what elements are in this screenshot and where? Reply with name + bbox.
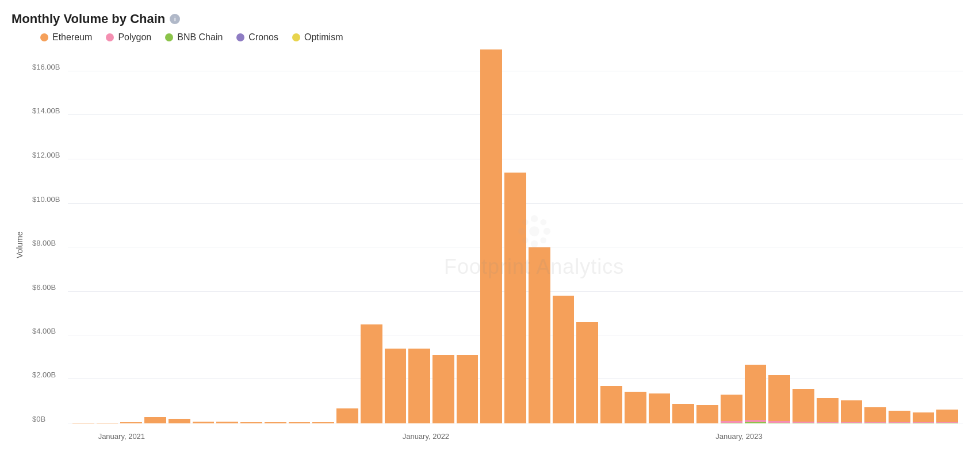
bar-group[interactable]	[696, 49, 718, 423]
bar-stack	[889, 411, 910, 423]
legend-polygon[interactable]: Polygon	[106, 32, 151, 43]
bar-segment	[936, 410, 958, 422]
bar-segment	[745, 365, 767, 420]
bar-segment	[913, 412, 935, 422]
bar-stack	[169, 419, 190, 423]
bar-segment	[144, 417, 166, 423]
grid-label: $8.00B	[32, 238, 56, 247]
polygon-dot	[106, 33, 114, 41]
bar-group[interactable]	[265, 49, 286, 423]
bar-group[interactable]	[793, 49, 814, 423]
cronos-label: Cronos	[248, 32, 278, 43]
bar-group[interactable]	[625, 49, 646, 423]
legend-optimism[interactable]: Optimism	[292, 32, 343, 43]
info-icon[interactable]: i	[170, 14, 180, 24]
bar-group[interactable]	[385, 49, 407, 423]
bnb-label: BNB Chain	[177, 32, 223, 43]
bar-group[interactable]	[600, 49, 622, 423]
bar-group[interactable]	[672, 49, 694, 423]
bar-group[interactable]	[817, 49, 839, 423]
bar-group[interactable]	[336, 49, 358, 423]
grid-label: $16.00B	[32, 63, 60, 71]
bar-group[interactable]	[864, 49, 886, 423]
bar-group[interactable]	[649, 49, 671, 423]
bar-group[interactable]	[553, 49, 575, 423]
grid-label: $0B	[32, 415, 45, 423]
bar-group[interactable]	[216, 49, 238, 423]
bar-group[interactable]	[289, 49, 311, 423]
bar-stack	[696, 405, 718, 424]
bar-stack	[480, 49, 502, 423]
bar-segment	[841, 400, 863, 422]
cronos-dot	[236, 33, 244, 41]
bar-group[interactable]	[768, 49, 790, 423]
bar-stack	[600, 386, 622, 423]
bar-group[interactable]	[529, 49, 550, 423]
bar-group[interactable]	[193, 49, 215, 423]
bar-stack	[649, 393, 671, 423]
bar-group[interactable]	[169, 49, 190, 423]
bar-group[interactable]	[936, 49, 958, 423]
bar-stack	[793, 389, 814, 423]
bar-segment	[768, 375, 790, 421]
bar-stack	[817, 398, 839, 423]
bar-segment	[480, 49, 502, 423]
bar-group[interactable]	[240, 49, 262, 423]
ethereum-dot	[40, 33, 48, 41]
x-axis: January, 2021January, 2022January, 2023	[68, 423, 963, 441]
bar-segment	[553, 296, 575, 423]
bar-group[interactable]	[144, 49, 166, 423]
bar-group[interactable]	[408, 49, 430, 423]
bar-segment	[889, 411, 910, 422]
bar-group[interactable]	[97, 49, 118, 423]
bar-segment	[649, 393, 671, 423]
bar-segment	[864, 407, 886, 422]
y-axis-label: Volume	[12, 49, 28, 441]
bar-segment	[457, 355, 478, 423]
bar-stack	[768, 375, 790, 424]
bar-group[interactable]	[432, 49, 454, 423]
bar-group[interactable]	[457, 49, 478, 423]
bar-group[interactable]	[721, 49, 742, 423]
bnb-dot	[165, 33, 173, 41]
bar-group[interactable]	[312, 49, 334, 423]
bar-stack	[553, 296, 575, 423]
bar-stack	[408, 349, 430, 423]
x-axis-label: January, 2022	[403, 432, 449, 441]
optimism-label: Optimism	[304, 32, 343, 43]
chart-title: Monthly Volume by Chain	[12, 12, 165, 26]
bar-group[interactable]	[72, 49, 94, 423]
grid-label: $2.00B	[32, 370, 56, 379]
grid-label: $10.00B	[32, 194, 60, 203]
bar-group[interactable]	[576, 49, 598, 423]
bar-group[interactable]	[913, 49, 935, 423]
bar-stack	[721, 395, 742, 423]
bar-stack	[864, 407, 886, 423]
bar-stack	[576, 322, 598, 423]
bar-segment	[432, 355, 454, 423]
legend-ethereum[interactable]: Ethereum	[40, 32, 92, 43]
bar-segment	[529, 247, 550, 423]
title-row: Monthly Volume by Chain i	[12, 12, 963, 26]
polygon-label: Polygon	[118, 32, 151, 43]
bar-segment	[817, 398, 839, 422]
bar-group[interactable]	[480, 49, 502, 423]
ethereum-label: Ethereum	[52, 32, 92, 43]
bar-group[interactable]	[889, 49, 910, 423]
bar-segment	[336, 408, 358, 423]
legend-cronos[interactable]: Cronos	[236, 32, 278, 43]
bar-stack	[672, 404, 694, 423]
bar-stack	[144, 417, 166, 423]
bar-group[interactable]	[120, 49, 142, 423]
bar-segment	[361, 324, 382, 423]
legend-bnb[interactable]: BNB Chain	[165, 32, 223, 43]
bar-group[interactable]	[361, 49, 382, 423]
bar-group[interactable]	[504, 49, 526, 423]
bar-group[interactable]	[745, 49, 767, 423]
bar-stack	[745, 365, 767, 423]
grid-label: $12.00B	[32, 151, 60, 159]
chart-inner: $16.00B$14.00B$12.00B$10.00B$8.00B$6.00B…	[28, 49, 963, 441]
grid-label: $14.00B	[32, 106, 60, 115]
bar-group[interactable]	[841, 49, 863, 423]
bar-stack	[504, 173, 526, 423]
